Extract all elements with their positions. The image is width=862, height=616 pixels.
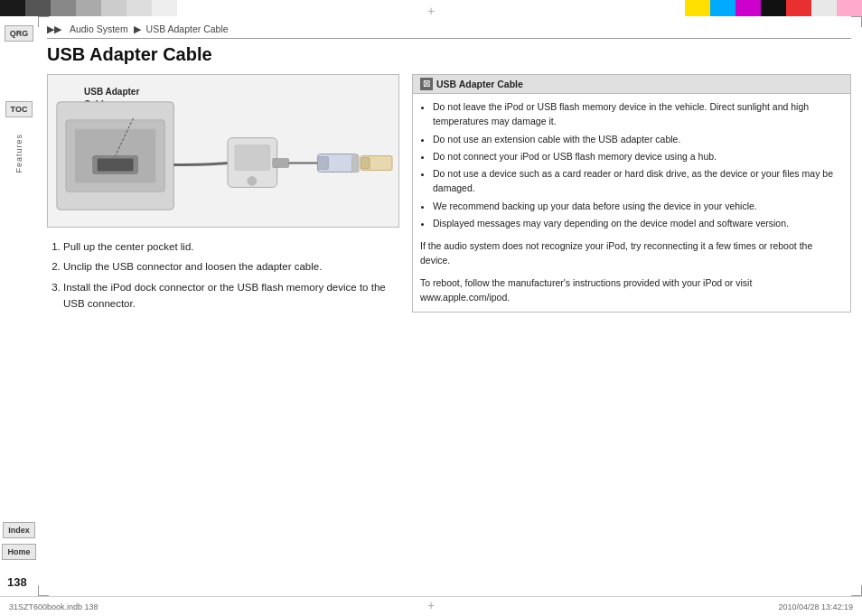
page-title: USB Adapter Cable (47, 44, 851, 65)
swatch-gray (51, 0, 76, 16)
usb-image-box: USB Adapter Cable (47, 74, 399, 228)
note-icon: ☒ (420, 78, 433, 90)
note-title: USB Adapter Cable (436, 79, 523, 89)
swatch-light-gray (101, 0, 126, 16)
note-bullet-1: Do not leave the iPod or USB flash memor… (433, 99, 843, 129)
swatch-black (0, 0, 25, 16)
breadcrumb-arrows: ▶▶ (47, 23, 61, 34)
right-column: ☒ USB Adapter Cable Do not leave the iPo… (412, 74, 851, 322)
svg-rect-9 (273, 159, 289, 168)
note-bullets: Do not leave the iPod or USB flash memor… (420, 99, 843, 230)
svg-point-8 (248, 176, 257, 185)
instructions: Pull up the center pocket lid. Unclip th… (47, 238, 399, 313)
breadcrumb: ▶▶ Audio System ▶ USB Adapter Cable (47, 23, 851, 39)
qrg-button[interactable]: QRG (5, 25, 34, 42)
swatch-near-white (152, 0, 177, 16)
swatch-yellow (685, 0, 710, 16)
left-column: USB Adapter Cable (47, 74, 399, 322)
bottom-bar-right: 2010/04/28 13:42:19 (778, 602, 853, 611)
note-bullet-2: Do not use an extension cable with the U… (433, 132, 843, 146)
content-columns: USB Adapter Cable (47, 74, 851, 322)
breadcrumb-section: Audio System (70, 23, 128, 34)
note-body: Do not leave the iPod or USB flash memor… (413, 94, 850, 238)
svg-rect-4 (98, 159, 134, 172)
note-extra-text-1: If the audio system does not recognize y… (413, 238, 850, 312)
instruction-item-3: Install the iPod dock connector or the U… (63, 279, 399, 313)
home-button[interactable]: Home (2, 544, 35, 560)
swatch-pink (837, 0, 862, 16)
swatch-red (786, 0, 811, 16)
sidebar-top: QRG TOC Features (5, 25, 34, 173)
note-bullet-6: Displayed messages may vary depending on… (433, 216, 843, 230)
instruction-item-2: Unclip the USB connector and loosen the … (63, 258, 399, 275)
features-label: Features (14, 134, 23, 173)
swatch-white (177, 0, 202, 16)
breadcrumb-page: USB Adapter Cable (146, 23, 229, 34)
sidebar-bottom: Index Home (2, 522, 35, 560)
instructions-list: Pull up the center pocket lid. Unclip th… (47, 238, 399, 313)
note-header: ☒ USB Adapter Cable (413, 75, 850, 94)
bottom-bar: 31SZT600book.indb 138 2010/04/28 13:42:1… (0, 596, 862, 616)
instruction-item-1: Pull up the center pocket lid. (63, 238, 399, 255)
svg-rect-11 (317, 157, 328, 170)
swatch-dark-gray (25, 0, 51, 16)
note-box: ☒ USB Adapter Cable Do not leave the iPo… (412, 74, 851, 313)
svg-rect-12 (351, 156, 359, 173)
breadcrumb-arrow2: ▶ (134, 23, 141, 34)
swatch-cyan (710, 0, 736, 16)
note-bullet-3: Do not connect your iPod or USB flash me… (433, 149, 843, 163)
note-bullet-5: We recommend backing up your data before… (433, 199, 843, 213)
bottom-bar-left: 31SZT600book.indb 138 (9, 602, 98, 611)
left-sidebar: QRG TOC Features Index Home (0, 16, 38, 596)
svg-rect-14 (361, 158, 370, 169)
usb-svg-illustration (48, 75, 398, 228)
swatch-magenta (736, 0, 761, 16)
note-extra-paragraph1: If the audio system does not recognize y… (420, 238, 843, 268)
swatch-lighter-gray (126, 0, 152, 16)
page-number: 138 (7, 575, 27, 589)
swatch-black2 (761, 0, 786, 16)
note-extra-paragraph2: To reboot, follow the manufacturer's ins… (420, 275, 843, 305)
swatch-palewhite (811, 0, 837, 16)
note-bullet-4: Do not use a device such as a card reade… (433, 166, 843, 196)
toc-button[interactable]: TOC (5, 101, 33, 117)
svg-rect-7 (235, 145, 270, 171)
swatch-mid-gray (76, 0, 101, 16)
main-content: ▶▶ Audio System ▶ USB Adapter Cable USB … (38, 16, 862, 596)
index-button[interactable]: Index (3, 522, 35, 538)
